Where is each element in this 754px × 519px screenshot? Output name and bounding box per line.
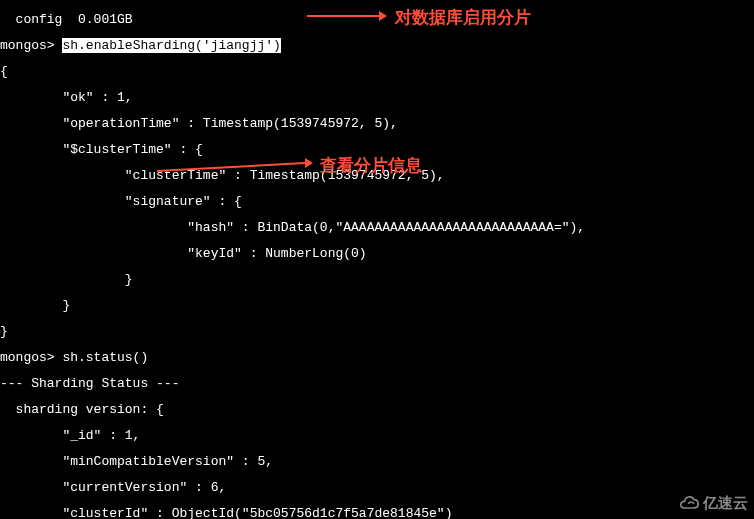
output-line: --- Sharding Status --- <box>0 377 754 390</box>
output-line: } <box>0 273 754 286</box>
output-line: "keyId" : NumberLong(0) <box>0 247 754 260</box>
watermark: 亿速云 <box>679 493 748 513</box>
svg-marker-1 <box>379 11 387 21</box>
output-line: "signature" : { <box>0 195 754 208</box>
output-line: { <box>0 65 754 78</box>
output-line: "operationTime" : Timestamp(1539745972, … <box>0 117 754 130</box>
annotation-enable-sharding: 对数据库启用分片 <box>395 6 531 29</box>
command-enable-sharding: sh.enableSharding('jiangjj') <box>62 38 280 53</box>
output-line: "currentVersion" : 6, <box>0 481 754 494</box>
prompt: mongos> <box>0 38 62 53</box>
output-line: "minCompatibleVersion" : 5, <box>0 455 754 468</box>
svg-marker-3 <box>305 158 313 168</box>
prompt-line: mongos> sh.enableSharding('jiangjj') <box>0 39 754 52</box>
output-line: "hash" : BinData(0,"AAAAAAAAAAAAAAAAAAAA… <box>0 221 754 234</box>
command-status: mongos> sh.status() <box>0 351 754 364</box>
svg-line-2 <box>157 163 305 171</box>
annotation-view-shard-info: 查看分片信息 <box>320 154 422 177</box>
terminal-output: config 0.001GB mongos> sh.enableSharding… <box>0 0 754 519</box>
output-line: "ok" : 1, <box>0 91 754 104</box>
watermark-text: 亿速云 <box>703 494 748 513</box>
output-line: sharding version: { <box>0 403 754 416</box>
output-line: } <box>0 299 754 312</box>
arrow-icon <box>157 155 313 175</box>
cloud-icon <box>679 493 699 513</box>
arrow-icon <box>307 8 387 24</box>
output-line: "_id" : 1, <box>0 429 754 442</box>
output-line: "clusterId" : ObjectId("5bc05756d1c7f5a7… <box>0 507 754 519</box>
output-line: } <box>0 325 754 338</box>
